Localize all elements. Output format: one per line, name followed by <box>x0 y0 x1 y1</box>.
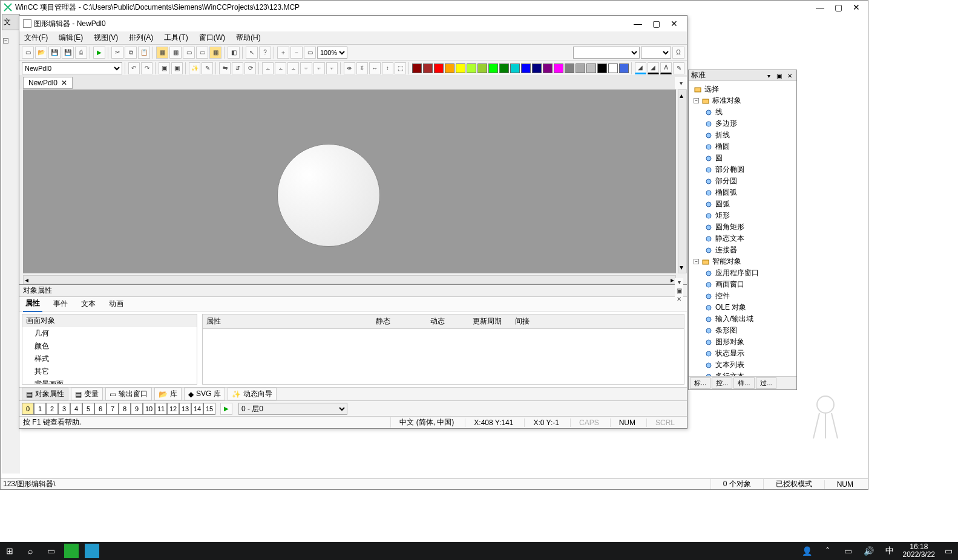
object-tree-node-25[interactable]: 多行文本 <box>691 371 794 376</box>
color-swatch-18[interactable] <box>608 63 618 73</box>
layer-cell-12[interactable]: 12 <box>167 403 179 415</box>
expand-icon[interactable]: − <box>694 98 699 103</box>
copy-button[interactable]: ⧉ <box>125 47 137 59</box>
object-tree-node-7[interactable]: 部分椭圆 <box>691 164 794 175</box>
tray-ime-icon[interactable]: 中 <box>882 544 897 558</box>
font-combo[interactable] <box>573 47 640 59</box>
tab-dropdown-button[interactable]: ▾ <box>675 77 687 89</box>
layer-cell-3[interactable]: 3 <box>58 403 70 415</box>
menu-item-0[interactable]: 文件(F) <box>22 31 50 44</box>
object-tree-node-0[interactable]: 选择 <box>691 83 794 95</box>
rpanel-btm-tab-2[interactable]: 样... <box>733 377 754 389</box>
tab-object-properties[interactable]: ▤对象属性 <box>22 388 68 400</box>
align-bottom-button[interactable]: ⫟ <box>326 62 338 74</box>
ungroup-button[interactable]: ▣ <box>171 62 183 74</box>
layer-cell-14[interactable]: 14 <box>191 403 203 415</box>
canvas[interactable] <box>23 90 676 273</box>
tray-up-icon[interactable]: ˄ <box>821 544 835 558</box>
object-tree-node-17[interactable]: 画面窗口 <box>691 279 794 290</box>
layer-cell-7[interactable]: 7 <box>107 403 119 415</box>
menu-item-1[interactable]: 编辑(E) <box>56 31 85 44</box>
object-tree-node-15[interactable]: −智能对象 <box>691 256 794 267</box>
rpanel-pin-button[interactable]: ▣ <box>775 73 784 79</box>
rpanel-close-button[interactable]: ✕ <box>786 73 794 79</box>
edit-button[interactable]: ✎ <box>202 62 213 74</box>
document-combo[interactable]: NewPdl0 <box>22 62 122 74</box>
prop-tab-2[interactable]: 文本 <box>79 296 98 311</box>
object-tree-node-6[interactable]: 圆 <box>691 152 794 164</box>
object-tree-node-24[interactable]: 文本列表 <box>691 359 794 371</box>
color-swatch-9[interactable] <box>510 63 520 73</box>
document-tab[interactable]: NewPdl0 ✕ <box>23 77 73 89</box>
property-tree-root[interactable]: 画面对象 <box>22 314 197 327</box>
prop-tab-1[interactable]: 事件 <box>51 296 70 311</box>
object-tree-node-2[interactable]: 线 <box>691 106 794 118</box>
outer-close-button[interactable]: ✕ <box>847 1 865 13</box>
flip-h-button[interactable]: ⇋ <box>219 62 231 74</box>
prop-dropdown-button[interactable]: ▾ <box>675 278 683 287</box>
outer-titlebar[interactable]: WinCC 项目管理器 - C:\Users\Public\Documents\… <box>1 1 868 14</box>
start-button[interactable]: ⊞ <box>2 544 17 558</box>
flip-v-button[interactable]: ⇵ <box>232 62 243 74</box>
tree-collapse-icon[interactable]: − <box>3 38 8 44</box>
layer-cell-1[interactable]: 1 <box>34 403 46 415</box>
rpanel-btm-tab-0[interactable]: 标... <box>690 377 710 389</box>
cut-button[interactable]: ✂ <box>111 47 123 59</box>
expand-icon[interactable]: − <box>694 259 699 264</box>
group-button[interactable]: ▣ <box>159 62 170 74</box>
layer-cell-2[interactable]: 2 <box>46 403 58 415</box>
color-swatch-4[interactable] <box>456 63 465 73</box>
align-middle-button[interactable]: ⫟ <box>313 62 325 74</box>
object-tree-node-16[interactable]: 应用程序窗口 <box>691 267 794 279</box>
menu-item-2[interactable]: 视图(V) <box>91 31 120 44</box>
taskbar-app1[interactable] <box>64 544 79 558</box>
taskbar-clock[interactable]: 16:18 2022/3/22 <box>903 543 935 559</box>
color-swatch-2[interactable] <box>434 63 444 73</box>
tab-svg-library[interactable]: ◆SVG 库 <box>184 388 225 400</box>
object-tree[interactable]: 选择−标准对象线多边形折线椭圆圆部分椭圆部分圆椭圆弧圆弧矩形圆角矩形静态文本连接… <box>689 81 796 376</box>
fontsize-combo[interactable] <box>641 47 671 59</box>
align-center-button[interactable]: ⫠ <box>275 62 286 74</box>
print-button[interactable]: ⎙ <box>75 47 87 59</box>
rpanel-dropdown-button[interactable]: ▾ <box>766 73 772 79</box>
menu-item-6[interactable]: 帮助(H) <box>234 31 263 44</box>
zoom-combo[interactable]: 100% <box>317 47 347 59</box>
tray-sound-icon[interactable]: 🔊 <box>862 544 876 558</box>
prop-tab-0[interactable]: 属性 <box>23 296 42 312</box>
object-tree-node-23[interactable]: 状态显示 <box>691 348 794 359</box>
open-button[interactable]: 📂 <box>35 47 47 59</box>
inner-minimize-button[interactable]: — <box>629 18 647 30</box>
line-color-button[interactable]: ◢ <box>648 62 659 74</box>
color-swatch-19[interactable] <box>619 63 629 73</box>
layer-cell-13[interactable]: 13 <box>179 403 191 415</box>
object-tree-node-12[interactable]: 圆角矩形 <box>691 221 794 233</box>
grid-button[interactable]: ▦ <box>156 47 168 59</box>
zoom-out-button[interactable]: － <box>290 47 303 59</box>
redo-button[interactable]: ↷ <box>141 62 153 74</box>
same-height-button[interactable]: ↕ <box>382 62 393 74</box>
menu-item-4[interactable]: 工具(T) <box>162 31 190 44</box>
run-button[interactable]: ▶ <box>93 47 105 59</box>
object-tree-node-13[interactable]: 静态文本 <box>691 233 794 244</box>
left-tab-label[interactable]: 文 <box>2 14 20 30</box>
layer-cell-5[interactable]: 5 <box>82 403 94 415</box>
layer-combo[interactable]: 0 - 层0 <box>238 403 347 415</box>
object-tree-node-21[interactable]: 条形图 <box>691 325 794 336</box>
menu-item-5[interactable]: 窗口(W) <box>197 31 228 44</box>
prop-tree-item-4[interactable]: 背景画面 <box>22 378 197 385</box>
color-swatch-17[interactable] <box>597 63 607 73</box>
same-size-button[interactable]: ⬚ <box>395 62 406 74</box>
layer-cell-8[interactable]: 8 <box>119 403 131 415</box>
search-button[interactable]: ⌕ <box>23 544 38 558</box>
prop-tree-item-2[interactable]: 样式 <box>22 353 197 365</box>
object-tree-node-20[interactable]: 输入/输出域 <box>691 313 794 325</box>
object-tree-node-1[interactable]: −标准对象 <box>691 95 794 106</box>
object-tree-node-18[interactable]: 控件 <box>691 290 794 302</box>
layer-cell-15[interactable]: 15 <box>203 403 215 415</box>
color-swatch-14[interactable] <box>565 63 574 73</box>
prop-tree-item-3[interactable]: 其它 <box>22 365 197 378</box>
zoom-in-button[interactable]: ＋ <box>277 47 289 59</box>
vertical-scrollbar[interactable]: ▴▾ <box>678 90 687 273</box>
color-swatch-15[interactable] <box>576 63 585 73</box>
prop-tree-item-1[interactable]: 颜色 <box>22 340 197 353</box>
